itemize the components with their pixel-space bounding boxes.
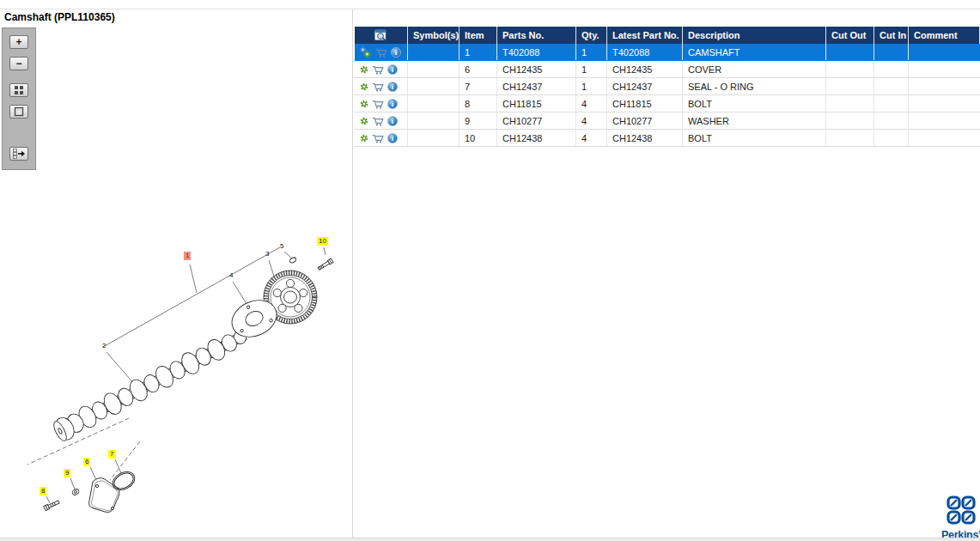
cell-cut-in [874,130,909,146]
table-row[interactable]: 10 CH12438 4 CH12438 BOLT [355,130,980,147]
col-comment[interactable]: Comment [909,27,980,44]
replacement-gears-icon[interactable] [359,46,373,58]
gear-icon[interactable] [359,133,369,143]
row-actions [355,95,408,112]
table-row[interactable]: 8 CH11815 4 CH11815 BOLT [355,95,980,112]
col-item[interactable]: Item [460,27,497,44]
cell-latest: CH12435 [607,61,683,77]
cart-icon[interactable] [372,82,384,92]
cell-item: 8 [460,95,497,112]
cell-latest: T402088 [607,44,683,60]
table-row[interactable]: 9 CH10277 4 CH10277 WASHER [355,112,980,130]
col-cut-in[interactable]: Cut In [874,27,909,44]
cell-comment [909,44,980,60]
panel-divider [352,9,353,541]
cell-latest: CH10277 [607,112,683,129]
cell-parts-no: CH12438 [497,130,576,146]
cell-parts-no: CH10277 [497,112,576,129]
cell-cut-out [826,61,874,77]
info-icon[interactable] [387,81,399,93]
cell-cut-out [826,78,874,94]
col-parts-no[interactable]: Parts No. [497,27,576,44]
cell-comment [909,61,980,77]
cell-comment [909,78,980,94]
table-row[interactable]: 1 T402088 1 T402088 CAMSHAFT [355,44,980,61]
cell-description: COVER [683,61,826,77]
col-qty[interactable]: Qty. [576,27,607,44]
cell-description: BOLT [683,95,826,112]
cell-cut-out [826,44,874,60]
table-header: Symbol(s) Item Parts No. Qty. Latest Par… [355,27,980,44]
table-row[interactable]: 7 CH12437 1 CH12437 SEAL - O RING [355,78,980,95]
table-row[interactable]: 6 CH12435 1 CH12435 COVER [355,61,980,78]
cell-qty: 1 [576,44,607,60]
row-actions [355,78,408,94]
cell-comment [909,95,980,112]
diagram-label-3[interactable]: 3 [264,250,271,258]
cell-symbols [408,44,460,60]
row-actions [355,44,408,60]
cell-description: CAMSHAFT [683,44,826,60]
perkins-logo-icon [947,495,976,525]
gear-icon[interactable] [359,99,369,109]
row-actions [355,130,408,146]
diagram-label-7[interactable]: 7 [108,450,115,459]
diagram-label-8[interactable]: 8 [40,487,46,495]
bottom-strip [0,538,980,541]
diagram-label-6[interactable]: 6 [83,458,90,466]
info-icon[interactable] [387,98,399,110]
diagram-panel: 1 2 3 4 5 6 7 8 9 10 [0,0,352,541]
col-description[interactable]: Description [683,27,826,44]
cart-icon[interactable] [375,47,387,58]
cell-symbols [408,95,460,112]
cell-cut-in [874,112,909,129]
info-icon[interactable] [387,132,399,144]
cell-description: SEAL - O RING [683,78,826,94]
cell-cut-out [826,130,874,146]
info-icon[interactable] [390,46,402,58]
diagram-label-10[interactable]: 10 [317,237,328,246]
cell-latest: CH11815 [607,95,683,112]
cart-icon[interactable] [372,133,384,143]
cell-parts-no: CH12437 [497,78,576,94]
info-icon[interactable] [387,64,399,76]
diagram-label-9[interactable]: 9 [64,469,70,477]
col-cut-out[interactable]: Cut Out [826,27,874,44]
image-search-icon[interactable] [374,29,387,42]
row-actions [355,61,408,77]
cell-cut-in [874,61,909,77]
header-preview-column [355,27,408,44]
cart-icon[interactable] [372,99,384,109]
parts-diagram [0,0,352,541]
cell-comment [909,112,980,129]
gear-icon[interactable] [359,116,369,126]
gear-icon[interactable] [359,82,369,92]
diagram-label-1[interactable]: 1 [184,252,191,260]
cell-item: 7 [460,78,497,94]
gear-icon[interactable] [359,64,369,75]
diagram-label-2[interactable]: 2 [100,342,107,350]
cell-parts-no: T402088 [497,44,576,60]
cell-cut-in [874,95,909,112]
cell-cut-out [826,95,874,112]
col-latest-part-no[interactable]: Latest Part No. [607,27,683,44]
diagram-label-5[interactable]: 5 [278,242,285,251]
diagram-label-4[interactable]: 4 [228,271,234,280]
cell-symbols [408,78,460,94]
cell-qty: 4 [576,112,607,129]
cell-qty: 1 [576,78,607,94]
cell-symbols [408,112,460,129]
cell-parts-no: CH12435 [497,61,576,77]
cell-qty: 4 [576,95,607,112]
cell-item: 10 [460,130,497,146]
parts-table: Symbol(s) Item Parts No. Qty. Latest Par… [355,27,980,147]
cart-icon[interactable] [372,64,384,75]
info-icon[interactable] [387,115,399,127]
row-actions [355,112,408,129]
cart-icon[interactable] [372,116,384,126]
cell-description: BOLT [683,130,826,146]
cell-description: WASHER [683,112,826,129]
cell-item: 9 [460,112,497,129]
col-symbols[interactable]: Symbol(s) [408,27,460,44]
cell-cut-out [826,112,874,129]
